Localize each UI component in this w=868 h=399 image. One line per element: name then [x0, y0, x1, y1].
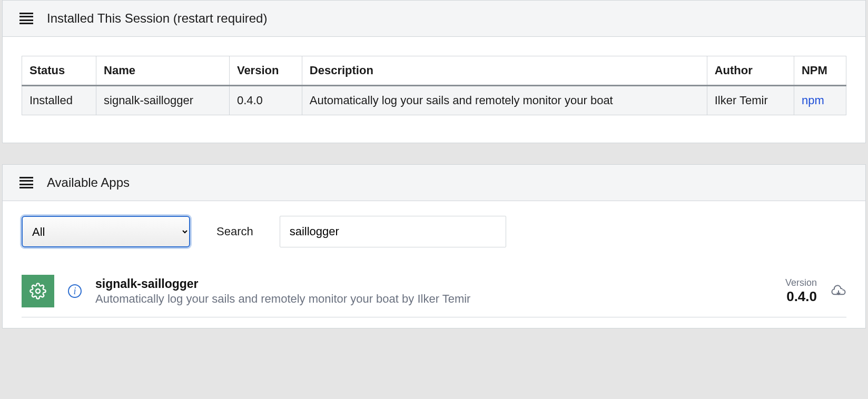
menu-icon[interactable] [19, 177, 33, 188]
col-version: Version [229, 56, 302, 86]
available-panel-title: Available Apps [47, 175, 130, 190]
cell-description: Automatically log your sails and remotel… [302, 86, 707, 115]
gear-icon [29, 283, 46, 300]
col-author: Author [707, 56, 794, 86]
app-description: Automatically log your sails and remotel… [95, 292, 772, 306]
menu-icon[interactable] [19, 13, 33, 24]
npm-link[interactable]: npm [802, 94, 824, 107]
filter-select[interactable]: All [22, 216, 190, 247]
filter-row: All Search [22, 216, 846, 268]
version-value: 0.4.0 [785, 288, 817, 305]
installed-panel-header: Installed This Session (restart required… [3, 1, 865, 37]
table-row: Installed signalk-saillogger 0.4.0 Autom… [22, 86, 846, 115]
cell-npm: npm [794, 86, 846, 115]
installed-table: Status Name Version Description Author N… [22, 56, 846, 115]
col-npm: NPM [794, 56, 846, 86]
available-panel: Available Apps All Search i s [2, 164, 866, 328]
cloud-download-icon[interactable] [831, 283, 846, 299]
version-label: Version [785, 277, 817, 288]
cell-name: signalk-saillogger [96, 86, 230, 115]
col-name: Name [96, 56, 230, 86]
installed-panel-title: Installed This Session (restart required… [47, 11, 267, 26]
svg-point-0 [36, 289, 40, 293]
cell-author: Ilker Temir [707, 86, 794, 115]
app-text: signalk-saillogger Automatically log you… [95, 277, 772, 306]
info-icon[interactable]: i [68, 284, 82, 298]
available-panel-header: Available Apps [3, 165, 865, 201]
search-input[interactable] [280, 216, 506, 247]
cell-version: 0.4.0 [229, 86, 302, 115]
app-name: signalk-saillogger [95, 277, 772, 291]
search-label: Search [216, 225, 253, 238]
installed-panel: Installed This Session (restart required… [2, 0, 866, 143]
col-description: Description [302, 56, 707, 86]
app-row[interactable]: i signalk-saillogger Automatically log y… [22, 268, 846, 317]
app-badge [22, 275, 54, 307]
col-status: Status [22, 56, 96, 86]
installed-panel-body: Status Name Version Description Author N… [3, 37, 865, 143]
app-version: Version 0.4.0 [785, 277, 817, 305]
available-panel-body: All Search i signalk-saillogger Automati… [3, 201, 865, 328]
cell-status: Installed [22, 86, 96, 115]
